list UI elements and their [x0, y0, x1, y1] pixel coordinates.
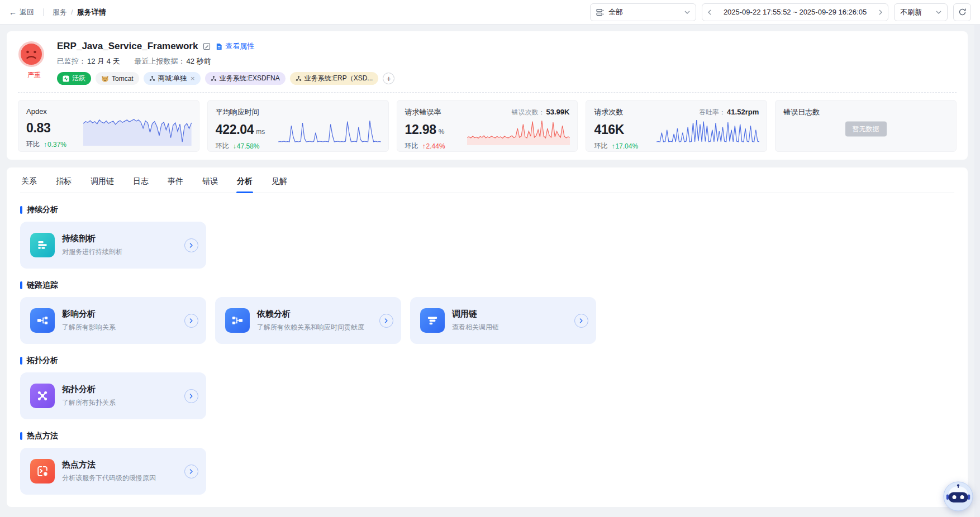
- metric-title: 错误日志数: [783, 107, 820, 117]
- section-topology: 拓扑分析 拓扑分析 了解所有拓扑关系: [20, 356, 954, 419]
- open-arrow-button[interactable]: [574, 314, 588, 328]
- tag-active: 活跃: [57, 72, 91, 85]
- card-desc: 了解所有拓扑关系: [62, 398, 181, 408]
- card-hotspot-methods[interactable]: 热点方法 分析该服务下代码级的缓慢原因: [20, 448, 206, 495]
- tab-errors[interactable]: 错误: [201, 169, 219, 193]
- response-time-sparkline: [278, 117, 381, 145]
- metric-secondary: 错误次数：53.99K: [511, 108, 569, 117]
- delta-value: ↓47.58%: [233, 142, 260, 150]
- date-range-picker[interactable]: 2025-09-22 17:55:52 ~ 2025-09-29 16:26:0…: [702, 3, 888, 21]
- card-desc: 查看相关调用链: [452, 323, 571, 332]
- next-range-button[interactable]: [879, 9, 882, 15]
- section-title: 链路追踪: [27, 280, 58, 290]
- service-name: ERP_Java_Service_Framework: [57, 41, 198, 52]
- edit-icon[interactable]: [203, 42, 211, 50]
- card-title: 热点方法: [62, 459, 181, 470]
- metric-value: 416K: [594, 122, 624, 137]
- card-dependency-analysis[interactable]: 依赖分析 了解所有依赖关系和响应时间贡献度: [215, 297, 401, 344]
- tag-tomcat: Tomcat: [96, 72, 139, 85]
- card-desc: 对服务进行持续剖析: [62, 247, 181, 257]
- delta-value: ↑17.04%: [611, 142, 638, 150]
- tab-analysis[interactable]: 分析: [236, 169, 254, 193]
- section-continuous-analysis: 持续分析 持续剖析 对服务进行持续剖析: [20, 205, 954, 269]
- scope-value: 全部: [608, 7, 680, 17]
- error-rate-sparkline: [467, 117, 570, 145]
- document-icon: [216, 43, 222, 50]
- delta-value: ↑0.37%: [44, 141, 66, 149]
- card-impact-analysis[interactable]: 影响分析 了解所有影响关系: [20, 297, 206, 344]
- tag-list: 活跃 Tomcat: [57, 72, 957, 85]
- arrow-up-icon: ↑: [44, 141, 47, 149]
- service-meta: 已监控：12 月 4 天 最近上报数据：42 秒前: [57, 56, 957, 66]
- service-header-panel: 严重 ERP_Java_Service_Framework: [7, 31, 968, 160]
- card-trace[interactable]: 调用链 查看相关调用链: [410, 297, 596, 344]
- back-button[interactable]: ← 返回: [9, 7, 34, 17]
- compare-label: 环比: [216, 141, 229, 151]
- card-desc: 分析该服务下代码级的缓慢原因: [62, 473, 181, 483]
- page-body: 严重 ERP_Java_Service_Framework: [0, 25, 980, 507]
- refresh-button[interactable]: [953, 3, 971, 21]
- card-title: 拓扑分析: [62, 384, 181, 395]
- plus-icon: +: [387, 74, 391, 83]
- card-continuous-profiling[interactable]: 持续剖析 对服务进行持续剖析: [20, 222, 206, 269]
- add-tag-button[interactable]: +: [383, 73, 394, 84]
- card-topology-analysis[interactable]: 拓扑分析 了解所有拓扑关系: [20, 372, 206, 419]
- impact-icon: [30, 308, 55, 333]
- open-arrow-button[interactable]: [184, 238, 198, 252]
- ai-assistant-button[interactable]: [943, 481, 973, 511]
- metric-card-row: Apdex 0.83 环比 ↑0.37% 平均响应时间 422.04ms 环比 …: [18, 100, 957, 152]
- dependency-icon: [225, 308, 250, 333]
- chevron-down-icon: [684, 11, 690, 14]
- metric-value: 12.98: [405, 122, 436, 137]
- tab-traces[interactable]: 调用链: [89, 169, 115, 193]
- section-bar: [20, 206, 22, 214]
- breadcrumb-separator: /: [71, 8, 73, 16]
- view-properties-link[interactable]: 查看属性: [216, 41, 254, 51]
- no-data-badge: 暂无数据: [845, 121, 887, 136]
- metric-title: 请求错误率: [405, 107, 441, 117]
- back-arrow-icon: ←: [9, 8, 17, 16]
- refresh-mode-select[interactable]: 不刷新: [894, 3, 948, 21]
- date-range-value[interactable]: 2025-09-22 17:55:52 ~ 2025-09-29 16:26:0…: [716, 8, 874, 16]
- refresh-icon: [958, 8, 967, 16]
- card-title: 持续剖析: [62, 233, 181, 244]
- compare-label: 环比: [594, 141, 607, 151]
- open-arrow-button[interactable]: [184, 314, 198, 328]
- pulse-icon: [63, 75, 69, 82]
- metric-card-error-logs: 错误日志数 暂无数据: [775, 100, 957, 152]
- back-label: 返回: [20, 7, 34, 17]
- close-icon[interactable]: ×: [191, 75, 195, 82]
- tag-mall: 商城:单独 ×: [144, 72, 201, 85]
- open-arrow-button[interactable]: [184, 389, 198, 403]
- severity-label: 严重: [18, 70, 50, 80]
- section-title: 持续分析: [27, 205, 58, 215]
- arrow-up-icon: ↑: [611, 142, 615, 150]
- delta-value: ↑2.44%: [422, 142, 445, 150]
- tab-metrics[interactable]: 指标: [55, 169, 73, 193]
- section-bar: [20, 432, 22, 440]
- last-report-label: 最近上报数据：: [135, 57, 185, 65]
- open-arrow-button[interactable]: [379, 314, 393, 328]
- tab-logs[interactable]: 日志: [132, 169, 150, 193]
- apdex-sparkline: [83, 114, 192, 146]
- section-bar: [20, 281, 22, 289]
- scrollbar[interactable]: [974, 25, 980, 517]
- tomcat-icon: [101, 75, 109, 82]
- breadcrumb-parent[interactable]: 服务: [53, 7, 67, 17]
- monitored-label: 已监控：: [57, 57, 86, 65]
- card-title: 调用链: [452, 309, 571, 319]
- metric-card-apdex: Apdex 0.83 环比 ↑0.37%: [18, 100, 199, 152]
- tab-events[interactable]: 事件: [166, 169, 184, 193]
- card-title: 影响分析: [62, 309, 181, 319]
- hotspot-icon: [30, 459, 55, 484]
- scope-select[interactable]: 全部: [590, 3, 696, 21]
- tag-biz-erp: 业务系统:ERP（XSD...: [290, 72, 379, 85]
- tab-insights[interactable]: 见解: [270, 169, 288, 193]
- analysis-panel: 关系 指标 调用链 日志 事件 错误 分析 见解 持续分析: [7, 167, 968, 507]
- tab-relations[interactable]: 关系: [20, 169, 38, 193]
- open-arrow-button[interactable]: [184, 465, 198, 478]
- arrow-down-icon: ↓: [233, 142, 236, 150]
- dashed-divider: [18, 92, 957, 93]
- prev-range-button[interactable]: [708, 9, 711, 15]
- card-title: 依赖分析: [257, 309, 376, 319]
